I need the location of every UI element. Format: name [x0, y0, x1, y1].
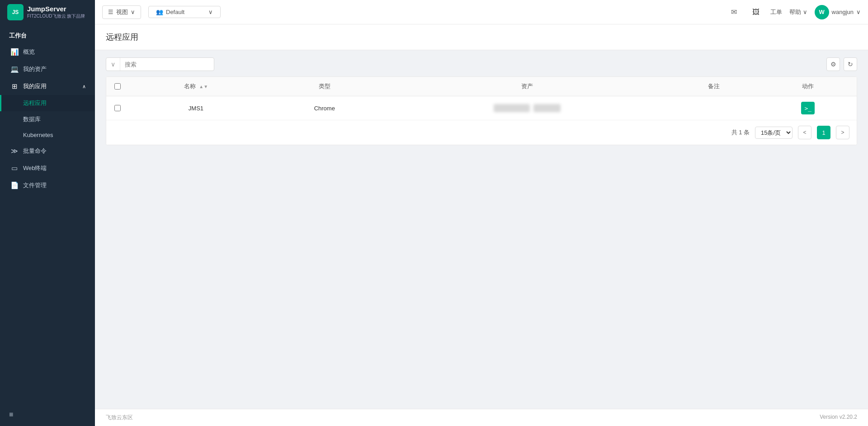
prev-page-button[interactable]: <: [798, 126, 811, 139]
assets-icon: 💻: [10, 65, 19, 73]
header-right: ✉ 🖼 工单 帮助 ∨ W wangjun ∨: [727, 5, 861, 19]
sidebar-collapse-button[interactable]: ≡: [0, 403, 95, 426]
total-count: 共 1 条: [731, 128, 750, 137]
mail-button[interactable]: ✉: [727, 5, 741, 19]
row-type-cell: Chrome: [263, 96, 386, 120]
sidebar-item-label: 我的应用: [23, 82, 47, 90]
next-page-button[interactable]: >: [836, 126, 849, 139]
batch-icon: ≫: [10, 147, 19, 155]
row-action-cell: >_: [760, 96, 857, 120]
main-content: 远程应用 ∨ ⚙ ↻: [95, 24, 868, 426]
col-action: 动作: [760, 77, 857, 96]
help-button[interactable]: 帮助 ∨: [789, 8, 807, 16]
settings-button[interactable]: ⚙: [826, 57, 840, 71]
row-name-cell: JMS1: [129, 96, 263, 120]
workspace-title: 工作台: [0, 24, 95, 43]
asset-value-blurred: [494, 104, 530, 112]
sidebar: 工作台 📊 概览 💻 我的资产 ⊞ 我的应用 ∧ 远程应用 数据库 Kubern…: [0, 24, 95, 426]
logo-text: JumpServer FIT2CLOUD飞致云 旗下品牌: [27, 5, 85, 19]
overview-icon: 📊: [10, 48, 19, 56]
page-size-select[interactable]: 15条/页 30条/页 50条/页: [755, 127, 793, 139]
page-footer: 飞致云东区 Version v2.20.2: [95, 409, 868, 426]
sort-icon: ▲▼: [199, 84, 208, 89]
header-left: JS JumpServer FIT2CLOUD飞致云 旗下品牌 ☰ 视图 ∨ 👥…: [7, 0, 221, 24]
row-checkbox-cell: [106, 96, 129, 120]
sidebar-item-label: 概览: [23, 48, 35, 56]
sidebar-item-overview[interactable]: 📊 概览: [0, 43, 95, 61]
refresh-button[interactable]: ↻: [844, 57, 857, 71]
sidebar-sub-item-kubernetes[interactable]: Kubernetes: [0, 128, 95, 142]
table-header-row: 名称 ▲▼ 类型 资产 备注: [106, 77, 857, 96]
apps-icon: ⊞: [10, 82, 19, 90]
menu-icon: ☰: [108, 9, 113, 15]
page-header: 远程应用: [95, 24, 868, 50]
pagination: 共 1 条 15条/页 30条/页 50条/页 < 1 >: [106, 120, 857, 145]
org-icon: 👥: [156, 9, 163, 15]
col-remark: 备注: [668, 77, 760, 96]
chevron-up-icon: ∧: [82, 84, 86, 90]
company-label: 飞致云东区: [106, 414, 133, 421]
sidebar-item-label: 远程应用: [23, 99, 47, 107]
logo-area: JS JumpServer FIT2CLOUD飞致云 旗下品牌: [0, 0, 95, 24]
workorder-button[interactable]: 工单: [770, 8, 782, 16]
sidebar-item-label: 批量命令: [23, 147, 47, 155]
chevron-down-icon: ∨: [803, 9, 807, 15]
top-header: JS JumpServer FIT2CLOUD飞致云 旗下品牌 ☰ 视图 ∨ 👥…: [0, 0, 868, 24]
sidebar-item-label: 数据库: [23, 115, 41, 123]
sidebar-sub-item-database[interactable]: 数据库: [0, 111, 95, 128]
row-asset-cell: [386, 96, 668, 120]
sidebar-item-file-mgmt[interactable]: 📄 文件管理: [0, 177, 95, 194]
image-button[interactable]: 🖼: [749, 5, 763, 19]
select-all-checkbox[interactable]: [114, 83, 121, 90]
sidebar-item-my-apps[interactable]: ⊞ 我的应用 ∧: [0, 78, 95, 95]
user-info[interactable]: W wangjun ∨: [815, 5, 861, 19]
version-label: Version v2.20.2: [820, 414, 857, 421]
avatar: W: [815, 5, 829, 19]
terminal-icon: >_: [804, 105, 811, 112]
col-checkbox: [106, 77, 129, 96]
col-name[interactable]: 名称 ▲▼: [129, 77, 263, 96]
sidebar-item-label: Web终端: [23, 164, 47, 172]
table-row: JMS1 Chrome: [106, 96, 857, 120]
chevron-left-icon: <: [803, 129, 806, 136]
search-input[interactable]: [120, 58, 214, 71]
chevron-down-icon: ∨: [208, 9, 213, 15]
toolbar: ∨ ⚙ ↻: [106, 57, 857, 71]
col-type: 类型: [263, 77, 386, 96]
sidebar-item-web-terminal[interactable]: ▭ Web终端: [0, 160, 95, 177]
table-container: 名称 ▲▼ 类型 资产 备注: [106, 76, 857, 145]
content-area: ∨ ⚙ ↻: [95, 50, 868, 409]
chevron-down-icon: ∨: [131, 9, 135, 15]
chevron-right-icon: >: [841, 129, 844, 136]
row-remark-cell: [668, 96, 760, 120]
page-title: 远程应用: [106, 32, 857, 43]
col-asset: 资产: [386, 77, 668, 96]
launch-button[interactable]: >_: [801, 102, 815, 114]
view-button[interactable]: ☰ 视图 ∨: [102, 5, 141, 19]
sidebar-item-label: 我的资产: [23, 65, 47, 73]
logo-icon: JS: [7, 4, 24, 20]
asset-value-blurred-2: [533, 104, 561, 112]
sidebar-item-label: 文件管理: [23, 181, 47, 189]
toolbar-left: ∨: [106, 57, 214, 71]
page-1-button[interactable]: 1: [817, 126, 830, 139]
search-toggle-btn[interactable]: ∨: [106, 58, 120, 71]
sidebar-item-my-assets[interactable]: 💻 我的资产: [0, 61, 95, 78]
sidebar-item-label: Kubernetes: [23, 132, 53, 138]
org-selector[interactable]: 👥 Default ∨: [148, 6, 221, 18]
toolbar-right: ⚙ ↻: [826, 57, 857, 71]
chevron-down-icon: ∨: [111, 61, 115, 68]
remote-apps-table: 名称 ▲▼ 类型 资产 备注: [106, 77, 857, 120]
search-box: ∨: [106, 57, 214, 71]
main-layout: 工作台 📊 概览 💻 我的资产 ⊞ 我的应用 ∧ 远程应用 数据库 Kubern…: [0, 24, 868, 426]
chevron-down-icon: ∨: [856, 9, 861, 15]
row-checkbox[interactable]: [114, 105, 121, 111]
sidebar-sub-item-remote-apps[interactable]: 远程应用: [0, 95, 95, 111]
file-icon: 📄: [10, 181, 19, 189]
sidebar-item-batch-cmd[interactable]: ≫ 批量命令: [0, 142, 95, 160]
terminal-icon: ▭: [10, 164, 19, 172]
